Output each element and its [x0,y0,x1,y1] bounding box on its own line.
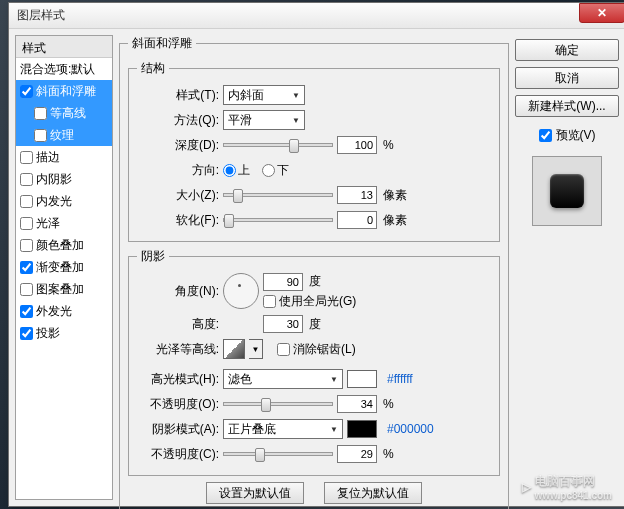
style-item-12[interactable]: 投影 [16,322,112,344]
preview-icon [550,174,584,208]
style-item-11[interactable]: 外发光 [16,300,112,322]
gloss-contour-picker[interactable] [223,339,245,359]
depth-label: 深度(D): [137,137,219,154]
angle-label: 角度(N): [137,283,219,300]
style-item-9[interactable]: 渐变叠加 [16,256,112,278]
direction-up-radio[interactable]: 上 [223,162,250,179]
style-item-3[interactable]: 纹理 [16,124,112,146]
style-item-4[interactable]: 描边 [16,146,112,168]
depth-thumb[interactable] [289,139,299,153]
style-item-0[interactable]: 混合选项:默认 [16,58,112,80]
bevel-emboss-legend: 斜面和浮雕 [128,35,196,52]
highlight-opacity-unit: % [383,397,394,411]
direction-down-radio[interactable]: 下 [262,162,289,179]
close-button[interactable]: ✕ [579,3,624,23]
style-item-label: 投影 [36,325,60,342]
style-item-checkbox[interactable] [20,283,33,296]
size-thumb[interactable] [233,189,243,203]
right-panel: 确定 取消 新建样式(W)... 预览(V) [515,35,619,500]
soften-input[interactable] [337,211,377,229]
style-item-label: 纹理 [50,127,74,144]
style-item-checkbox[interactable] [20,305,33,318]
style-item-label: 颜色叠加 [36,237,84,254]
style-item-label: 内阴影 [36,171,72,188]
shadow-opacity-input[interactable] [337,445,377,463]
style-item-label: 外发光 [36,303,72,320]
size-slider[interactable] [223,193,333,197]
size-unit: 像素 [383,187,407,204]
angle-input[interactable] [263,273,303,291]
altitude-unit: 度 [309,316,321,333]
style-item-8[interactable]: 颜色叠加 [16,234,112,256]
highlight-color-swatch[interactable] [347,370,377,388]
cancel-button[interactable]: 取消 [515,67,619,89]
ok-button[interactable]: 确定 [515,39,619,61]
altitude-input[interactable] [263,315,303,333]
style-item-label: 图案叠加 [36,281,84,298]
depth-slider[interactable] [223,143,333,147]
angle-dial[interactable] [223,273,259,309]
structure-legend: 结构 [137,60,169,77]
titlebar[interactable]: 图层样式 ✕ [9,3,624,29]
style-item-5[interactable]: 内阴影 [16,168,112,190]
soften-label: 软化(F): [137,212,219,229]
highlight-opacity-thumb[interactable] [261,398,271,412]
gloss-contour-arrow[interactable]: ▼ [249,339,263,359]
styles-list-panel: 样式 混合选项:默认斜面和浮雕等高线纹理描边内阴影内发光光泽颜色叠加渐变叠加图案… [15,35,113,500]
style-item-10[interactable]: 图案叠加 [16,278,112,300]
style-item-checkbox[interactable] [20,239,33,252]
style-item-checkbox[interactable] [20,327,33,340]
dialog-title: 图层样式 [17,7,65,24]
settings-panel: 斜面和浮雕 结构 样式(T): 内斜面 方法(Q): 平滑 深度(D): [119,35,509,500]
highlight-mode-combo[interactable]: 滤色 [223,369,343,389]
soften-unit: 像素 [383,212,407,229]
layer-style-dialog: 图层样式 ✕ 样式 混合选项:默认斜面和浮雕等高线纹理描边内阴影内发光光泽颜色叠… [8,2,624,507]
reset-default-button[interactable]: 复位为默认值 [324,482,422,504]
shadow-color-swatch[interactable] [347,420,377,438]
style-label: 样式(T): [137,87,219,104]
highlight-hex: #ffffff [387,372,413,386]
highlight-mode-label: 高光模式(H): [137,371,219,388]
shadow-mode-combo[interactable]: 正片叠底 [223,419,343,439]
shading-group: 阴影 角度(N): 度 使用全局光(G) [128,248,500,476]
style-item-checkbox[interactable] [20,217,33,230]
size-label: 大小(Z): [137,187,219,204]
style-item-2[interactable]: 等高线 [16,102,112,124]
angle-unit: 度 [309,273,321,290]
depth-unit: % [383,138,394,152]
style-item-checkbox[interactable] [34,129,47,142]
method-combo[interactable]: 平滑 [223,110,305,130]
structure-group: 结构 样式(T): 内斜面 方法(Q): 平滑 深度(D): % [128,60,500,242]
style-combo[interactable]: 内斜面 [223,85,305,105]
shading-legend: 阴影 [137,248,169,265]
size-input[interactable] [337,186,377,204]
styles-list-header: 样式 [16,36,112,58]
preview-box [532,156,602,226]
style-item-checkbox[interactable] [34,107,47,120]
preview-checkbox[interactable]: 预览(V) [515,127,619,144]
style-item-checkbox[interactable] [20,85,33,98]
style-item-checkbox[interactable] [20,151,33,164]
highlight-opacity-slider[interactable] [223,402,333,406]
style-item-checkbox[interactable] [20,195,33,208]
style-item-7[interactable]: 光泽 [16,212,112,234]
shadow-opacity-thumb[interactable] [255,448,265,462]
style-item-checkbox[interactable] [20,261,33,274]
depth-input[interactable] [337,136,377,154]
highlight-opacity-input[interactable] [337,395,377,413]
style-item-1[interactable]: 斜面和浮雕 [16,80,112,102]
style-item-label: 内发光 [36,193,72,210]
direction-label: 方向: [137,162,219,179]
soften-thumb[interactable] [224,214,234,228]
style-item-6[interactable]: 内发光 [16,190,112,212]
shadow-opacity-label: 不透明度(C): [137,446,219,463]
shadow-opacity-slider[interactable] [223,452,333,456]
antialias-checkbox[interactable]: 消除锯齿(L) [277,341,356,358]
set-default-button[interactable]: 设置为默认值 [206,482,304,504]
new-style-button[interactable]: 新建样式(W)... [515,95,619,117]
bevel-emboss-group: 斜面和浮雕 结构 样式(T): 内斜面 方法(Q): 平滑 深度(D): [119,35,509,509]
global-light-checkbox[interactable]: 使用全局光(G) [263,293,356,310]
soften-slider[interactable] [223,218,333,222]
shadow-opacity-unit: % [383,447,394,461]
style-item-checkbox[interactable] [20,173,33,186]
